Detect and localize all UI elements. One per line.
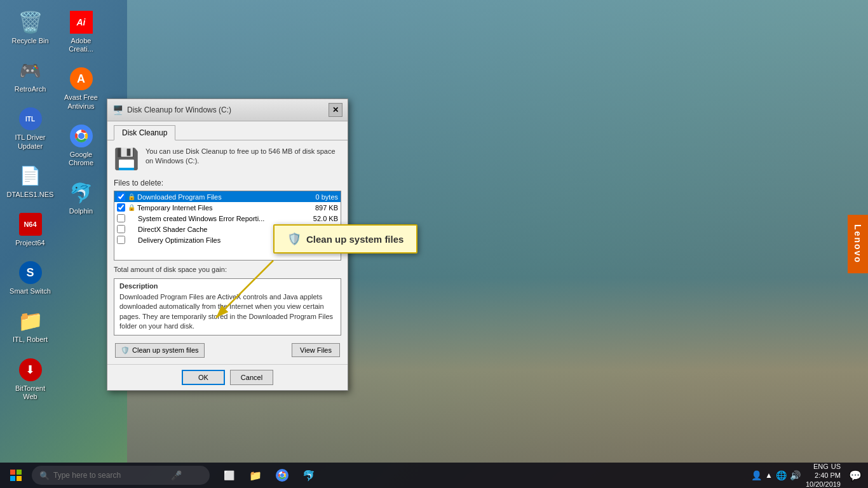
taskbar-search-input[interactable] xyxy=(53,471,168,480)
notification-button[interactable]: 💬 xyxy=(846,464,865,487)
retroarch-icon: 🎮 xyxy=(18,58,43,83)
itl-label: ITL Driver Updater xyxy=(10,133,51,150)
robert-label: ITL, Robert xyxy=(13,336,48,344)
svg-rect-8 xyxy=(10,476,15,481)
callout-label: Clean up system files xyxy=(306,234,403,245)
taskbar-search-bar[interactable]: 🔍 🎤 xyxy=(32,466,210,485)
desktop-icon-chrome[interactable]: Google Chrome xyxy=(57,120,105,170)
file-checkbox-directx[interactable] xyxy=(117,225,125,233)
description-title: Description xyxy=(119,282,336,290)
chrome-taskbar-icon xyxy=(276,469,288,482)
file-checkbox-delivery[interactable] xyxy=(117,236,125,244)
cleanup-buttons-row: 🛡️ Clean up system files View Files xyxy=(114,343,341,358)
svg-rect-6 xyxy=(10,470,15,475)
file-name-error: System created Windows Error Reporti... xyxy=(138,215,300,222)
bittorrent-label: BitTorrent Web xyxy=(10,384,51,401)
file-explorer-button[interactable]: 📁 xyxy=(243,464,268,487)
dialog-tabs: Disk Cleanup xyxy=(107,121,348,140)
chevron-up-icon[interactable]: ▲ xyxy=(765,471,773,480)
lock-icon-2: 🔒 xyxy=(128,204,135,211)
lenovo-banner: Lenovo xyxy=(848,215,868,273)
bittorrent-icon: ⬇ xyxy=(18,357,43,383)
robert-icon: 📁 xyxy=(18,308,43,334)
language-region: ENG US xyxy=(813,462,841,471)
callout-box-cleanup[interactable]: 🛡️ Clean up system files xyxy=(273,224,417,254)
chrome-label: Google Chrome xyxy=(60,151,102,167)
file-size-downloaded: 0 bytes xyxy=(300,193,338,201)
cancel-button[interactable]: Cancel xyxy=(230,370,273,385)
file-item-temp-internet[interactable]: 🔒 Temporary Internet Files 897 KB xyxy=(114,202,341,213)
desktop-icon-smart-switch[interactable]: S Smart Switch xyxy=(6,257,54,299)
view-files-button[interactable]: View Files xyxy=(292,343,340,357)
shield-icon-callout: 🛡️ xyxy=(287,232,301,246)
file-size-temp: 897 KB xyxy=(300,204,338,212)
description-text: Downloaded Program Files are ActiveX con… xyxy=(119,292,336,332)
desktop-icon-dolphin[interactable]: 🐬 Dolphin xyxy=(57,177,105,219)
speaker-icon: 🔊 xyxy=(790,470,801,480)
disk-cleanup-title-icon: 🖥️ xyxy=(112,105,123,115)
dialog-title-text: Disk Cleanup for Windows (C:) xyxy=(127,105,231,114)
desktop-icon-retroarch[interactable]: 🎮 RetroArch xyxy=(6,55,54,97)
ok-button[interactable]: OK xyxy=(182,370,225,385)
recycle-bin-label: Recycle Bin xyxy=(11,37,48,45)
network-icon: 🌐 xyxy=(776,470,787,480)
description-box: Description Downloaded Program Files are… xyxy=(114,278,341,336)
chrome-icon xyxy=(69,123,94,149)
dialog-bottom-buttons: OK Cancel xyxy=(107,364,348,390)
dialog-description: You can use Disk Cleanup to free up to 5… xyxy=(146,147,341,166)
desktop-icon-bittorrent[interactable]: ⬇ BitTorrent Web xyxy=(6,354,54,404)
file-name-temp: Temporary Internet Files xyxy=(137,204,300,212)
desktop-icon-adobe[interactable]: Ai Adobe Creati... xyxy=(57,6,105,57)
chrome-taskbar-button[interactable] xyxy=(269,464,295,487)
desktop: 🗑️ Recycle Bin 🎮 RetroArch ITL ITL Drive… xyxy=(0,0,868,488)
lock-icon: 🔒 xyxy=(128,193,135,200)
desktop-icon-robert[interactable]: 📁 ITL, Robert xyxy=(6,305,54,347)
dtales-label: DTALES1.NES xyxy=(7,191,54,199)
taskbar-system-icons: 👤 ▲ 🌐 🔊 xyxy=(751,470,801,480)
dolphin-taskbar-button[interactable]: 🐬 xyxy=(296,464,322,487)
microphone-icon: 🎤 xyxy=(171,470,182,480)
file-checkbox-error[interactable] xyxy=(117,214,125,222)
avast-icon: A xyxy=(69,66,94,92)
desktop-icon-itl[interactable]: ITL ITL Driver Updater xyxy=(6,103,54,153)
project64-icon: N64 xyxy=(18,212,43,237)
dolphin-label: Dolphin xyxy=(69,207,93,215)
svg-rect-9 xyxy=(17,476,22,481)
svg-point-3 xyxy=(78,133,85,139)
task-view-button[interactable]: ⬜ xyxy=(216,464,241,487)
start-button[interactable] xyxy=(3,464,29,487)
svg-point-13 xyxy=(280,473,284,477)
desktop-icon-avast[interactable]: A Avast Free Antivirus xyxy=(57,63,105,113)
desktop-icon-project64[interactable]: N64 Project64 xyxy=(6,208,54,250)
dialog-info-section: 💾 You can use Disk Cleanup to free up to… xyxy=(114,147,341,171)
recycle-bin-icon: 🗑️ xyxy=(18,10,43,35)
files-to-delete-label: Files to delete: xyxy=(114,179,341,187)
windows-logo-icon xyxy=(10,470,22,481)
search-icon: 🔍 xyxy=(39,471,50,480)
dialog-title-left: 🖥️ Disk Cleanup for Windows (C:) xyxy=(112,105,231,115)
desktop-icons-container: 🗑️ Recycle Bin 🎮 RetroArch ITL ITL Drive… xyxy=(0,0,102,463)
taskbar-date: 10/20/2019 xyxy=(806,480,841,488)
file-item-error-reports[interactable]: System created Windows Error Reporti... … xyxy=(114,213,341,224)
user-icon: 👤 xyxy=(751,470,762,480)
taskbar-clock: ENG US 2:40 PM 10/20/2019 xyxy=(806,462,841,488)
taskbar-time: 2:40 PM xyxy=(815,471,841,480)
desktop-icon-recycle-bin[interactable]: 🗑️ Recycle Bin xyxy=(6,6,54,48)
file-checkbox-temp[interactable] xyxy=(117,203,125,212)
dialog-tab-disk-cleanup[interactable]: Disk Cleanup xyxy=(114,125,175,140)
file-checkbox-downloaded[interactable] xyxy=(117,193,125,201)
file-item-downloaded[interactable]: 🔒 Downloaded Program Files 0 bytes xyxy=(114,191,341,202)
dialog-close-button[interactable]: ✕ xyxy=(329,103,342,117)
smart-switch-icon: S xyxy=(18,260,43,285)
adobe-icon: Ai xyxy=(69,10,94,35)
cleanup-system-files-button-small[interactable]: 🛡️ Clean up system files xyxy=(115,343,205,358)
project64-label: Project64 xyxy=(15,239,44,247)
shield-icon-small: 🛡️ xyxy=(121,346,130,355)
itl-icon: ITL xyxy=(18,106,43,132)
total-space-label: Total amount of disk space you gain: xyxy=(114,266,341,273)
dtales-icon: 📄 xyxy=(18,163,43,189)
desktop-icon-dtales[interactable]: 📄 DTALES1.NES xyxy=(6,160,54,202)
retroarch-label: RetroArch xyxy=(15,85,46,93)
file-name-downloaded: Downloaded Program Files xyxy=(137,193,300,201)
taskbar: 🔍 🎤 ⬜ 📁 🐬 xyxy=(0,463,868,488)
